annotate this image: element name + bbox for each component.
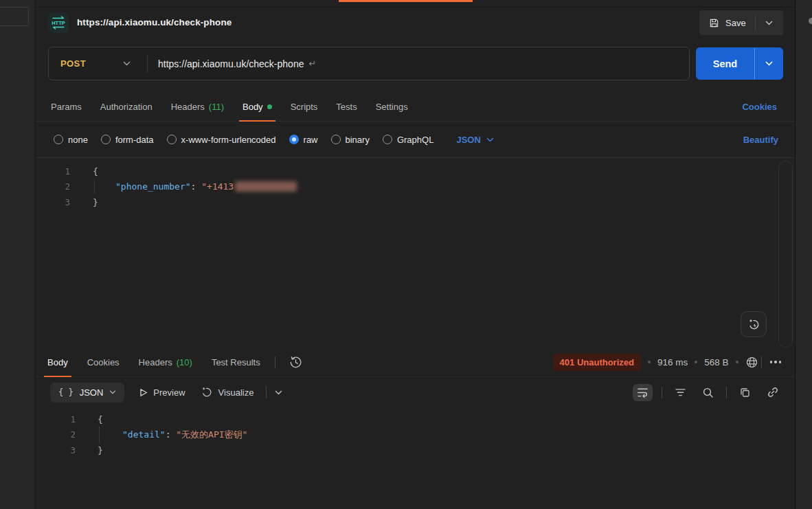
body-filled-dot	[267, 104, 272, 109]
http-badge-text: HTTP	[52, 20, 65, 26]
redacted-phone-value	[235, 181, 297, 192]
response-time: 916 ms	[657, 357, 688, 367]
window-right-edge	[795, 0, 812, 509]
language-selector[interactable]: JSON	[456, 135, 493, 145]
response-tab-headers[interactable]: Headers(10)	[138, 348, 193, 376]
filter-icon[interactable]	[671, 385, 690, 400]
mode-raw[interactable]: raw	[289, 135, 318, 145]
left-sidebar	[0, 0, 35, 509]
line-number: 2	[36, 181, 70, 192]
tab-scripts[interactable]: Scripts	[290, 92, 319, 121]
json-key: "detail"	[122, 429, 166, 440]
json-key: "phone_number"	[115, 181, 191, 192]
mode-none[interactable]: none	[54, 135, 88, 145]
tab-body[interactable]: Body	[242, 92, 273, 121]
radio-icon	[54, 135, 63, 144]
edge-handle-icon[interactable]	[809, 18, 812, 24]
line-number: 3	[36, 197, 70, 207]
sidebar-collapsed-panel[interactable]	[0, 7, 29, 26]
mode-form-data[interactable]: form-data	[101, 135, 154, 145]
radio-icon	[167, 135, 177, 144]
code-line: 1 {	[36, 411, 795, 427]
search-icon[interactable]	[699, 384, 717, 401]
response-body-viewer[interactable]: 1 { 2 "detail": "无效的API密钥" 3 }	[36, 405, 795, 509]
json-value: "+1413	[201, 181, 234, 192]
method-selector[interactable]: POST	[60, 58, 86, 69]
postbot-sparkle-icon	[747, 318, 760, 331]
preview-button[interactable]: Preview	[139, 387, 185, 398]
status-divider	[761, 357, 762, 368]
response-tab-cookies[interactable]: Cookies	[87, 348, 120, 376]
code-line: 2 "phone_number": "+1413	[36, 179, 795, 195]
mode-x-www-form-urlencoded[interactable]: x-www-form-urlencoded	[167, 135, 276, 145]
toolbar-divider	[266, 386, 267, 398]
active-tab-indicator	[339, 0, 473, 2]
response-size: 568 B	[704, 357, 728, 367]
radio-icon	[331, 135, 341, 144]
tab-settings[interactable]: Settings	[375, 92, 409, 121]
cookies-link[interactable]: Cookies	[742, 92, 777, 121]
mode-graphql[interactable]: GraphQL	[383, 135, 433, 145]
separator-dot	[736, 361, 738, 363]
response-tabs-row: Body Cookies Headers(10) Test Results 40…	[36, 348, 795, 377]
copy-icon[interactable]	[736, 384, 754, 401]
response-tab-body[interactable]: Body	[47, 348, 69, 376]
json-value: "无效的API密钥"	[176, 429, 247, 441]
status-badge: 401 Unauthorized	[553, 354, 641, 371]
more-options-icon[interactable]	[769, 358, 783, 366]
toolbar-more-chevron[interactable]	[275, 390, 282, 395]
enter-hint-glyph: ↵	[308, 58, 316, 69]
separator-dot	[648, 361, 651, 363]
format-chevron-icon	[109, 390, 116, 394]
editor-scrollbar[interactable]	[778, 161, 793, 348]
method-chevron-icon[interactable]	[123, 61, 131, 66]
response-tab-test-results[interactable]: Test Results	[211, 348, 261, 376]
request-header: HTTP https://api.xiaomu.uk/check-phone S…	[36, 7, 795, 43]
radio-icon	[383, 135, 392, 144]
word-wrap-icon[interactable]	[633, 384, 653, 401]
json-braces-icon: { }	[58, 387, 74, 397]
headers-count: (11)	[209, 102, 224, 112]
send-options-chevron[interactable]	[755, 47, 783, 80]
save-icon	[709, 18, 719, 28]
save-options-chevron[interactable]	[756, 21, 783, 25]
separator-dot	[695, 361, 697, 363]
network-info-icon[interactable]	[745, 356, 758, 369]
response-headers-count: (10)	[177, 357, 192, 367]
request-workspace: HTTP https://api.xiaomu.uk/check-phone S…	[36, 0, 795, 509]
indent-guide	[94, 179, 95, 194]
code-line: 3 }	[36, 442, 795, 458]
code-line: 1 {	[36, 163, 795, 179]
beautify-link[interactable]: Beautify	[743, 135, 778, 145]
request-tab-title: https://api.xiaomu.uk/check-phone	[77, 17, 232, 27]
tab-authorization[interactable]: Authorization	[100, 92, 153, 121]
line-number: 1	[36, 166, 70, 177]
response-status-cluster: 401 Unauthorized 916 ms 568 B	[553, 348, 782, 376]
icons-divider	[662, 387, 662, 398]
url-input-container: POST https://api.xiaomu.uk/check-phone ↵	[48, 47, 690, 80]
url-row: POST https://api.xiaomu.uk/check-phone ↵…	[36, 47, 795, 82]
url-divider	[147, 55, 148, 73]
link-icon[interactable]	[763, 383, 782, 401]
response-format-selector[interactable]: { } JSON	[50, 383, 124, 403]
visualize-button[interactable]: Visualize	[201, 386, 254, 398]
visualize-sparkle-icon	[201, 386, 213, 398]
mode-binary[interactable]: binary	[331, 135, 370, 145]
http-request-icon: HTTP	[48, 12, 69, 33]
code-line: 3 }	[36, 194, 795, 210]
tab-tests[interactable]: Tests	[335, 92, 357, 121]
url-input[interactable]: https://api.xiaomu.uk/check-phone	[158, 58, 304, 69]
tab-headers[interactable]: Headers(11)	[170, 92, 225, 121]
send-button[interactable]: Send	[696, 47, 783, 80]
request-body-editor[interactable]: 1 { 2 "phone_number": "+1413 3 }	[36, 157, 795, 347]
send-button-label: Send	[696, 47, 754, 80]
postbot-button[interactable]	[741, 311, 767, 337]
language-chevron-icon	[486, 137, 494, 142]
indent-guide	[99, 427, 100, 443]
play-icon	[139, 388, 148, 397]
tab-params[interactable]: Params	[50, 92, 82, 121]
save-button-label: Save	[725, 18, 746, 28]
save-button[interactable]: Save	[699, 10, 783, 35]
icons-divider	[726, 387, 727, 398]
response-history-icon[interactable]	[289, 356, 302, 369]
